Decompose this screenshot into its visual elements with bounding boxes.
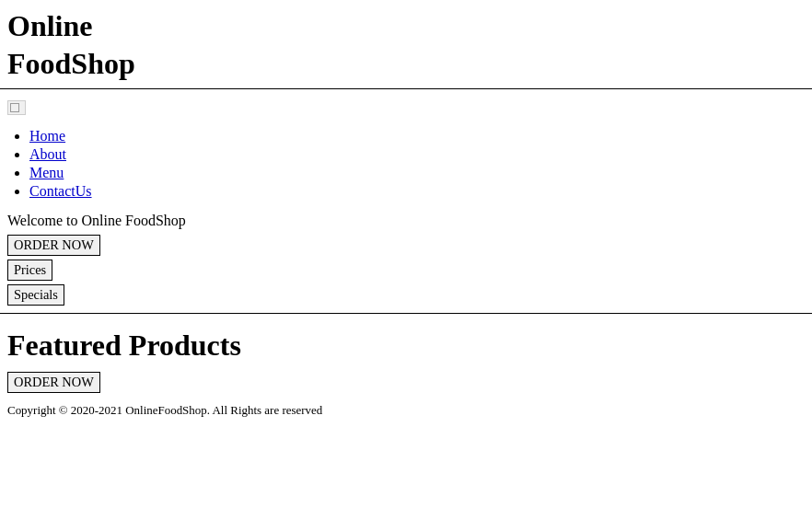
featured-products-title: Featured Products (7, 329, 812, 363)
copyright-text: Copyright © 2020-2021 OnlineFoodShop. Al… (7, 403, 322, 417)
specials-button[interactable]: Specials (7, 284, 64, 306)
site-title: Online FoodShop (0, 0, 812, 81)
nav-link-menu[interactable]: Menu (29, 165, 64, 180)
divider-middle (0, 313, 812, 314)
nav-link-contact[interactable]: ContactUs (29, 183, 92, 199)
logo-area (0, 97, 812, 122)
broken-image-icon (7, 100, 26, 115)
featured-section: Featured Products ORDER NOW (0, 321, 812, 397)
nav-link-home[interactable]: Home (29, 128, 65, 144)
site-title-line1: Online (7, 9, 812, 43)
main-nav: Home About Menu ContactUs (0, 122, 812, 205)
prices-button[interactable]: Prices (7, 260, 52, 281)
divider-top (0, 88, 812, 89)
site-title-line2: FoodShop (7, 47, 812, 81)
welcome-section: Welcome to Online FoodShop ORDER NOW Pri… (0, 205, 812, 306)
nav-list: Home About Menu ContactUs (7, 128, 812, 200)
welcome-text: Welcome to Online FoodShop (7, 213, 812, 229)
footer: Copyright © 2020-2021 OnlineFoodShop. Al… (0, 397, 812, 418)
order-now-button-bottom[interactable]: ORDER NOW (7, 372, 100, 393)
nav-item-contact: ContactUs (29, 183, 812, 200)
nav-item-menu: Menu (29, 165, 812, 181)
nav-item-about: About (29, 146, 812, 163)
order-now-button-top[interactable]: ORDER NOW (7, 235, 100, 256)
nav-link-about[interactable]: About (29, 146, 66, 162)
nav-item-home: Home (29, 128, 812, 144)
